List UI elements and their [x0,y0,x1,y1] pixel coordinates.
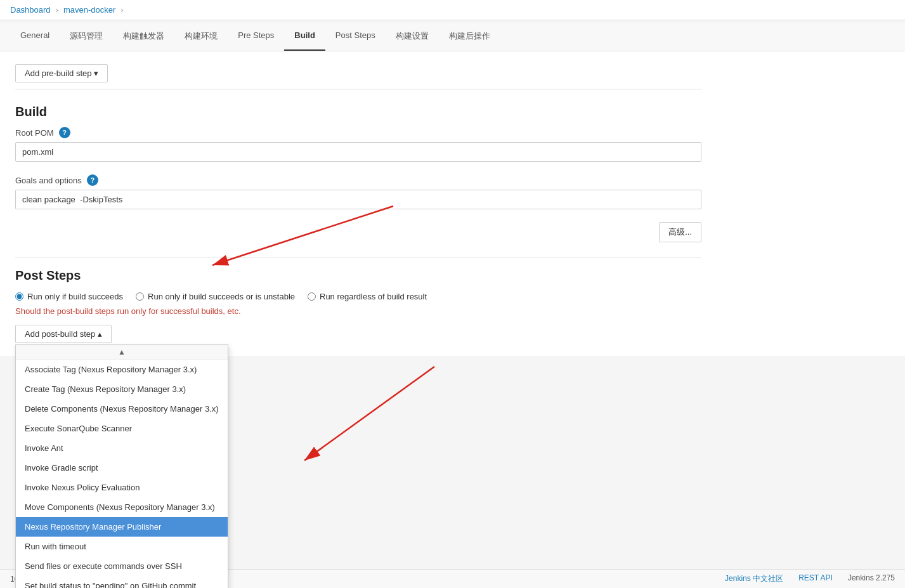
advanced-section: 高级... [15,222,701,242]
radio-unstable-input[interactable] [136,292,144,301]
advanced-button[interactable]: 高级... [659,222,701,242]
dropdown-item-5[interactable]: Invoke Gradle script [16,458,228,478]
tab-env[interactable]: 构建环境 [174,23,228,51]
scroll-up-icon: ▲ [118,348,126,356]
post-steps-heading: Post Steps [15,268,701,283]
dashboard-link[interactable]: Dashboard [10,5,51,15]
add-post-build-dropdown-wrapper: Add post-build step ▴ ▲ Associate Tag (N… [15,325,112,343]
tab-build-settings[interactable]: 构建设置 [386,23,439,51]
root-pom-group: Root POM ? [15,127,701,162]
radio-unstable[interactable]: Run only if build succeeds or is unstabl… [136,292,295,301]
dropdown-item-11[interactable]: Set build status to "pending" on GitHub … [16,576,228,588]
radio-succeeds[interactable]: Run only if build succeeds [15,292,123,301]
rest-api-link[interactable]: REST API [798,573,833,584]
dropdown-item-8[interactable]: Nexus Repository Manager Publisher [16,517,228,537]
project-link[interactable]: maven-docker [63,5,115,15]
goals-group: Goals and options ? [15,174,701,209]
add-pre-build-step-label: Add pre-build step ▾ [25,69,98,78]
svg-line-3 [304,367,434,461]
breadcrumb-bar: Dashboard › maven-docker › [0,0,905,20]
dropdown-item-1[interactable]: Create Tag (Nexus Repository Manager 3.x… [16,379,228,399]
radio-unstable-label: Run only if build succeeds or is unstabl… [148,292,295,301]
add-pre-build-step-button[interactable]: Add pre-build step ▾ [15,64,108,82]
breadcrumb-separator2: › [120,5,123,15]
radio-succeeds-label: Run only if build succeeds [27,292,123,301]
radio-regardless-input[interactable] [308,292,316,301]
jenkins-community-link[interactable]: Jenkins 中文社区 [725,573,783,584]
tab-post-build[interactable]: 构建后操作 [439,23,500,51]
dropdown-item-2[interactable]: Delete Components (Nexus Repository Mana… [16,399,228,419]
content-area: Add pre-build step ▾ Build Root POM ? Go… [0,51,717,356]
tab-general[interactable]: General [10,23,60,51]
dropdown-item-3[interactable]: Execute SonarQube Scanner [16,419,228,438]
radio-regardless-label: Run regardless of build result [320,292,427,301]
tab-navigation: General 源码管理 构建触发器 构建环境 Pre Steps Build … [0,23,905,51]
radio-regardless[interactable]: Run regardless of build result [308,292,427,301]
main-content: General 源码管理 构建触发器 构建环境 Pre Steps Build … [0,23,905,356]
radio-succeeds-input[interactable] [15,292,23,301]
build-heading: Build [15,105,701,119]
radio-group: Run only if build succeeds Run only if b… [15,292,701,301]
section-divider-2 [15,258,701,258]
tab-triggers[interactable]: 构建触发器 [113,23,174,51]
dropdown-item-9[interactable]: Run with timeout [16,537,228,556]
tab-pre-steps[interactable]: Pre Steps [228,23,284,51]
tab-post-steps[interactable]: Post Steps [325,23,386,51]
root-pom-label: Root POM [15,128,54,138]
bottom-bar-right: Jenkins 中文社区 REST API Jenkins 2.275 [725,573,895,584]
dropdown-item-10[interactable]: Send files or execute commands over SSH [16,556,228,576]
dropdown-item-0[interactable]: Associate Tag (Nexus Repository Manager … [16,360,228,379]
post-build-dropdown-menu: ▲ Associate Tag (Nexus Repository Manage… [15,344,228,588]
goals-input[interactable] [15,190,701,209]
add-post-build-step-button[interactable]: Add post-build step ▴ [15,325,112,343]
goals-help-icon[interactable]: ? [87,174,98,186]
section-divider-1 [15,89,701,89]
dropdown-scroll-up[interactable]: ▲ [16,345,228,360]
jenkins-version: Jenkins 2.275 [848,573,895,584]
breadcrumb-separator1: › [56,5,58,15]
add-post-build-step-label: Add post-build step ▴ [25,329,102,339]
post-steps-hint: Should the post-build steps run only for… [15,306,701,316]
dropdown-item-6[interactable]: Invoke Nexus Policy Evaluation [16,478,228,497]
tab-build[interactable]: Build [284,23,325,51]
dropdown-item-4[interactable]: Invoke Ant [16,438,228,458]
root-pom-help-icon[interactable]: ? [59,127,70,138]
root-pom-input[interactable] [15,142,701,162]
goals-label: Goals and options [15,176,82,185]
tab-source[interactable]: 源码管理 [60,23,113,51]
advanced-button-label: 高级... [668,227,692,237]
dropdown-item-7[interactable]: Move Components (Nexus Repository Manage… [16,497,228,517]
